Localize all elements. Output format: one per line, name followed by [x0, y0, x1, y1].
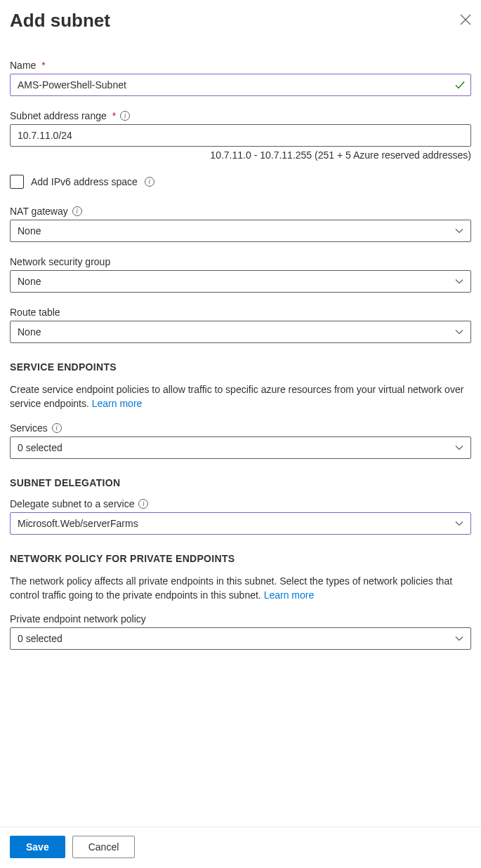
- ipv6-checkbox[interactable]: [10, 175, 24, 189]
- cancel-button[interactable]: Cancel: [72, 836, 136, 858]
- delegation-value: Microsoft.Web/serverFarms: [18, 518, 138, 529]
- chevron-down-icon: [455, 277, 463, 286]
- close-icon: [460, 14, 471, 25]
- ipv6-label: Add IPv6 address space: [31, 176, 138, 187]
- range-hint: 10.7.11.0 - 10.7.11.255 (251 + 5 Azure r…: [10, 149, 471, 161]
- close-button[interactable]: [460, 14, 471, 27]
- network-policy-desc: The network policy affects all private e…: [10, 574, 471, 603]
- services-value: 0 selected: [18, 442, 62, 453]
- delegation-select[interactable]: Microsoft.Web/serverFarms: [10, 512, 471, 535]
- required-marker: *: [41, 60, 45, 71]
- delegation-heading: SUBNET DELEGATION: [10, 477, 471, 488]
- range-input[interactable]: [10, 124, 471, 147]
- policy-select[interactable]: 0 selected: [10, 627, 471, 650]
- nat-label: NAT gateway: [10, 206, 68, 217]
- check-icon: [454, 79, 466, 91]
- info-icon[interactable]: i: [72, 206, 82, 216]
- policy-value: 0 selected: [18, 633, 62, 644]
- nsg-select[interactable]: None: [10, 270, 471, 293]
- services-label: Services: [10, 422, 48, 434]
- name-label: Name: [10, 60, 36, 71]
- chevron-down-icon: [455, 227, 463, 235]
- info-icon[interactable]: i: [52, 423, 62, 433]
- services-select[interactable]: 0 selected: [10, 436, 471, 459]
- nsg-label: Network security group: [10, 256, 110, 267]
- page-title: Add subnet: [10, 10, 110, 32]
- learn-more-link[interactable]: Learn more: [92, 398, 143, 409]
- chevron-down-icon: [455, 519, 463, 528]
- chevron-down-icon: [455, 634, 463, 643]
- info-icon[interactable]: i: [120, 111, 130, 121]
- name-input[interactable]: [10, 74, 471, 96]
- save-button[interactable]: Save: [10, 836, 65, 858]
- route-value: None: [18, 326, 41, 338]
- route-label: Route table: [10, 307, 60, 318]
- nsg-value: None: [18, 276, 41, 287]
- policy-label: Private endpoint network policy: [10, 613, 146, 625]
- required-marker: *: [112, 110, 116, 121]
- info-icon[interactable]: i: [138, 499, 148, 509]
- network-policy-heading: NETWORK POLICY FOR PRIVATE ENDPOINTS: [10, 553, 471, 564]
- chevron-down-icon: [455, 328, 463, 336]
- nat-value: None: [18, 225, 41, 236]
- service-endpoints-heading: SERVICE ENDPOINTS: [10, 361, 471, 373]
- info-icon[interactable]: i: [145, 177, 154, 187]
- nat-select[interactable]: None: [10, 220, 471, 242]
- chevron-down-icon: [455, 443, 463, 452]
- route-select[interactable]: None: [10, 321, 471, 343]
- service-endpoints-desc: Create service endpoint policies to allo…: [10, 382, 471, 411]
- delegation-label: Delegate subnet to a service: [10, 498, 134, 509]
- range-label: Subnet address range: [10, 110, 107, 121]
- learn-more-link[interactable]: Learn more: [264, 589, 315, 601]
